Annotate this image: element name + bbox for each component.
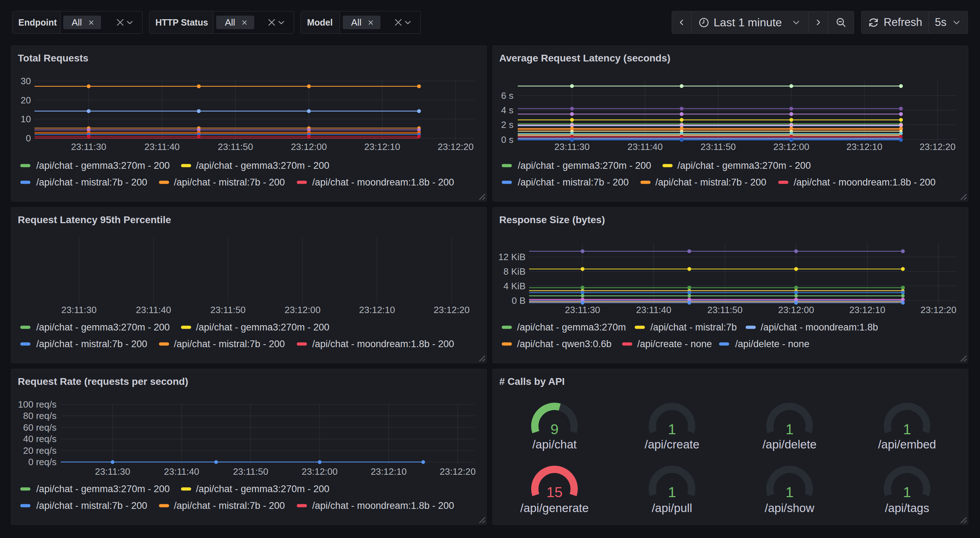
- svg-text:1: 1: [903, 484, 911, 500]
- svg-text:23:11:50: 23:11:50: [700, 141, 736, 152]
- svg-text:1: 1: [903, 421, 911, 438]
- svg-text:23:11:50: 23:11:50: [218, 141, 253, 152]
- svg-text:Request Rate (requests per sec: Request Rate (requests per second): [18, 376, 188, 387]
- svg-text:/api/chat - gemma3:270m: /api/chat - gemma3:270m: [517, 322, 626, 333]
- svg-text:60 req/s: 60 req/s: [23, 422, 57, 433]
- svg-text:23:11:50: 23:11:50: [707, 305, 743, 315]
- svg-text:23:12:00: 23:12:00: [778, 305, 814, 315]
- svg-text:Average Request Latency (secon: Average Request Latency (seconds): [499, 52, 670, 63]
- svg-text:80 req/s: 80 req/s: [23, 410, 57, 421]
- svg-text:0 s: 0 s: [501, 134, 514, 145]
- svg-text:0: 0: [26, 133, 31, 144]
- svg-text:1: 1: [668, 421, 676, 438]
- svg-text:23:12:10: 23:12:10: [846, 141, 882, 152]
- svg-text:/api/tags: /api/tags: [885, 501, 929, 514]
- svg-text:/api/generate: /api/generate: [520, 501, 589, 514]
- svg-text:Response Size (bytes): Response Size (bytes): [499, 214, 605, 225]
- svg-text:23:11:50: 23:11:50: [210, 305, 246, 315]
- svg-text:23:12:00: 23:12:00: [291, 141, 327, 152]
- svg-text:/api/show: /api/show: [765, 501, 815, 514]
- svg-text:23:12:20: 23:12:20: [439, 466, 476, 477]
- svg-text:23:11:40: 23:11:40: [136, 305, 171, 315]
- svg-text:12 KiB: 12 KiB: [498, 252, 525, 262]
- svg-text:/api/chat - mistral:7b - 200: /api/chat - mistral:7b - 200: [518, 177, 629, 187]
- svg-text:6 s: 6 s: [501, 90, 514, 101]
- svg-text:1: 1: [668, 484, 676, 500]
- svg-text:23:12:00: 23:12:00: [302, 466, 337, 477]
- svg-text:/api/chat - moondream:1.8b - 2: /api/chat - moondream:1.8b - 200: [312, 177, 454, 187]
- svg-text:/api/create - none: /api/create - none: [637, 339, 712, 349]
- svg-text:/api/chat - mistral:7b - 200: /api/chat - mistral:7b - 200: [655, 177, 766, 187]
- svg-text:40 req/s: 40 req/s: [23, 433, 57, 444]
- svg-text:23:12:10: 23:12:10: [849, 305, 885, 315]
- svg-text:/api/chat - gemma3:270m - 200: /api/chat - gemma3:270m - 200: [196, 484, 329, 494]
- svg-text:/api/chat - mistral:7b - 200: /api/chat - mistral:7b - 200: [36, 177, 147, 187]
- svg-text:/api/chat - gemma3:270m - 200: /api/chat - gemma3:270m - 200: [196, 160, 329, 171]
- svg-text:10: 10: [21, 114, 31, 124]
- svg-text:23:12:10: 23:12:10: [359, 305, 395, 315]
- svg-text:/api/chat - moondream:1.8b - 2: /api/chat - moondream:1.8b - 200: [312, 500, 454, 511]
- svg-text:23:11:30: 23:11:30: [565, 305, 600, 315]
- svg-text:23:11:30: 23:11:30: [71, 141, 106, 152]
- svg-text:/api/chat - mistral:7b - 200: /api/chat - mistral:7b - 200: [174, 177, 285, 187]
- svg-text:23:11:30: 23:11:30: [554, 141, 590, 152]
- svg-text:/api/chat - gemma3:270m - 200: /api/chat - gemma3:270m - 200: [36, 484, 170, 494]
- svg-text:/api/chat - gemma3:270m - 200: /api/chat - gemma3:270m - 200: [36, 160, 170, 171]
- svg-text:/api/create: /api/create: [645, 438, 700, 451]
- svg-text:Request Latency 95th Percentil: Request Latency 95th Percentile: [18, 214, 171, 225]
- svg-text:/api/chat - mistral:7b: /api/chat - mistral:7b: [651, 322, 737, 333]
- svg-text:# Calls by API: # Calls by API: [499, 376, 565, 387]
- svg-text:/api/chat - gemma3:270m - 200: /api/chat - gemma3:270m - 200: [678, 160, 811, 171]
- svg-text:Total Requests: Total Requests: [18, 52, 89, 63]
- svg-text:23:12:20: 23:12:20: [921, 305, 956, 315]
- svg-text:/api/pull: /api/pull: [652, 501, 692, 514]
- svg-text:23:11:50: 23:11:50: [233, 466, 268, 477]
- svg-text:0 req/s: 0 req/s: [29, 457, 57, 467]
- svg-text:23:12:10: 23:12:10: [364, 141, 400, 152]
- svg-text:20: 20: [21, 95, 31, 106]
- svg-text:/api/chat - moondream:1.8b - 2: /api/chat - moondream:1.8b - 200: [794, 177, 935, 187]
- svg-text:/api/chat - mistral:7b - 200: /api/chat - mistral:7b - 200: [174, 500, 285, 511]
- svg-text:/api/chat - moondream:1.8b - 2: /api/chat - moondream:1.8b - 200: [312, 339, 454, 349]
- svg-text:/api/chat - mistral:7b - 200: /api/chat - mistral:7b - 200: [174, 339, 285, 349]
- svg-text:/api/chat - gemma3:270m - 200: /api/chat - gemma3:270m - 200: [518, 160, 651, 171]
- svg-text:30: 30: [21, 76, 31, 86]
- svg-text:23:11:30: 23:11:30: [61, 305, 96, 315]
- svg-text:23:12:20: 23:12:20: [438, 141, 474, 152]
- svg-text:0 B: 0 B: [512, 295, 525, 306]
- svg-text:8 KiB: 8 KiB: [504, 266, 525, 277]
- svg-text:23:11:40: 23:11:40: [144, 141, 180, 152]
- svg-text:100 req/s: 100 req/s: [18, 399, 57, 410]
- svg-text:23:12:00: 23:12:00: [773, 141, 809, 152]
- svg-text:/api/embed: /api/embed: [878, 438, 936, 451]
- svg-text:1: 1: [786, 484, 794, 500]
- svg-text:/api/chat: /api/chat: [532, 438, 577, 451]
- svg-text:15: 15: [546, 484, 563, 500]
- svg-text:23:11:30: 23:11:30: [95, 466, 130, 477]
- svg-text:/api/chat - moondream:1.8b: /api/chat - moondream:1.8b: [760, 322, 878, 333]
- svg-text:23:11:40: 23:11:40: [627, 141, 662, 152]
- svg-text:23:12:10: 23:12:10: [371, 466, 406, 477]
- svg-text:/api/delete: /api/delete: [762, 438, 816, 451]
- svg-text:4 KiB: 4 KiB: [504, 281, 525, 291]
- svg-text:/api/chat - mistral:7b - 200: /api/chat - mistral:7b - 200: [36, 339, 147, 349]
- svg-text:/api/chat - gemma3:270m - 200: /api/chat - gemma3:270m - 200: [36, 322, 170, 333]
- svg-text:1: 1: [786, 421, 794, 438]
- svg-text:20 req/s: 20 req/s: [23, 445, 57, 456]
- svg-text:2 s: 2 s: [501, 119, 514, 130]
- svg-text:23:12:00: 23:12:00: [285, 305, 320, 315]
- svg-text:9: 9: [550, 421, 558, 438]
- svg-text:23:11:40: 23:11:40: [636, 305, 671, 315]
- svg-text:23:12:20: 23:12:20: [433, 305, 469, 315]
- svg-text:/api/chat - gemma3:270m - 200: /api/chat - gemma3:270m - 200: [196, 322, 329, 333]
- svg-text:/api/chat - qwen3:0.6b: /api/chat - qwen3:0.6b: [517, 339, 612, 349]
- svg-text:4 s: 4 s: [501, 105, 514, 116]
- svg-text:23:12:20: 23:12:20: [920, 141, 956, 152]
- svg-text:23:11:40: 23:11:40: [164, 466, 199, 477]
- svg-text:/api/delete - none: /api/delete - none: [735, 339, 810, 349]
- svg-text:/api/chat - mistral:7b - 200: /api/chat - mistral:7b - 200: [36, 500, 147, 511]
